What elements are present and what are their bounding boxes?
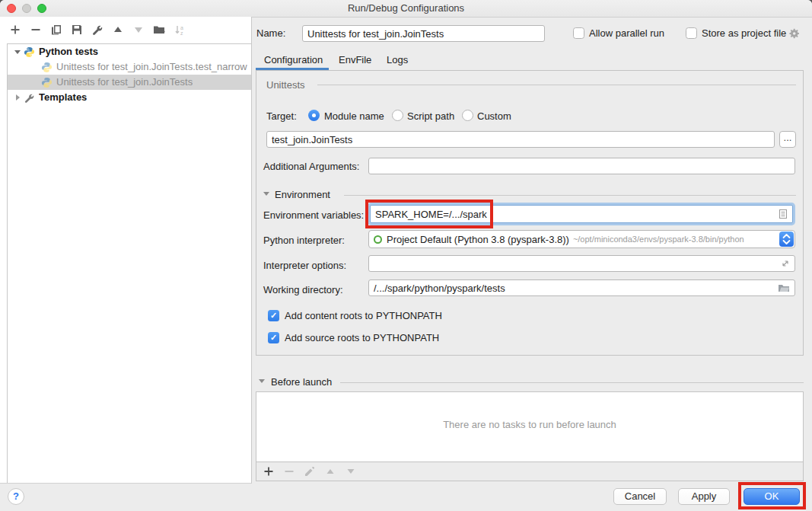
- wrench-icon: [24, 92, 35, 104]
- python-interpreter-select[interactable]: Project Default (Python 3.8 (pyspark-3.8…: [368, 230, 795, 248]
- target-script-path-radio[interactable]: [392, 110, 403, 121]
- add-task-icon[interactable]: [263, 465, 275, 477]
- tree-item-label: Python tests: [39, 44, 98, 59]
- sidebar-toolbar: az: [9, 24, 186, 36]
- working-directory-input[interactable]: [368, 279, 795, 296]
- edit-variables-icon[interactable]: [777, 208, 789, 220]
- move-down-icon: [132, 24, 145, 36]
- before-launch-title: Before launch: [271, 376, 332, 388]
- move-task-up-icon: [324, 465, 336, 477]
- environment-variables-input[interactable]: [371, 209, 777, 220]
- environment-collapse-icon[interactable]: [263, 192, 269, 196]
- dropdown-stepper-icon[interactable]: [779, 232, 794, 247]
- target-script-path-label: Script path: [407, 110, 454, 122]
- allow-parallel-run-checkbox[interactable]: [573, 27, 584, 39]
- name-label: Name:: [256, 27, 285, 39]
- tree-item-python-tests[interactable]: Python tests: [8, 44, 251, 59]
- interpreter-options-input[interactable]: [368, 255, 795, 272]
- save-configuration-icon[interactable]: [71, 24, 83, 36]
- python-icon: [41, 77, 53, 88]
- target-label: Target:: [266, 110, 297, 122]
- name-input[interactable]: [302, 25, 545, 42]
- target-module-name-radio[interactable]: [308, 110, 320, 121]
- tree-item-unittests-narrow[interactable]: Unittests for test_join.JoinTests.test_n…: [8, 59, 251, 75]
- gear-icon[interactable]: [788, 27, 801, 40]
- configurations-tree: Python tests Unittests for test_join.Joi…: [7, 43, 251, 483]
- new-folder-icon[interactable]: [153, 24, 165, 36]
- before-launch-toolbar: [256, 462, 804, 481]
- help-button[interactable]: ?: [8, 488, 24, 505]
- edit-task-icon: [304, 465, 316, 477]
- cancel-button[interactable]: Cancel: [613, 488, 667, 505]
- ok-button[interactable]: OK: [744, 488, 800, 505]
- titlebar: Run/Debug Configurations: [0, 0, 812, 18]
- tree-item-label: Unittests for test_join.JoinTests.test_n…: [56, 59, 247, 75]
- apply-button[interactable]: Apply: [678, 488, 730, 505]
- tree-item-label: Unittests for test_join.JoinTests: [56, 75, 193, 90]
- environment-group-label: Environment: [275, 189, 330, 200]
- svg-text:a: a: [180, 25, 183, 30]
- tree-item-templates[interactable]: Templates: [8, 90, 251, 105]
- move-up-icon[interactable]: [112, 24, 124, 36]
- before-launch-separator: [340, 382, 804, 383]
- before-launch-collapse-icon[interactable]: [259, 379, 265, 383]
- add-source-roots-checkbox[interactable]: [268, 332, 279, 343]
- additional-arguments-label: Additional Arguments:: [263, 161, 359, 172]
- target-custom-label: Custom: [477, 110, 511, 122]
- target-custom-radio[interactable]: [462, 110, 473, 121]
- svg-text:z: z: [180, 30, 183, 36]
- add-configuration-icon[interactable]: [9, 24, 21, 36]
- additional-arguments-input[interactable]: [368, 158, 795, 174]
- store-as-project-file-label: Store as project file: [702, 27, 786, 39]
- python-icon: [41, 62, 53, 73]
- run-debug-configurations-dialog: Run/Debug Configurations az: [0, 0, 812, 511]
- before-launch-task-panel: There are no tasks to run before launch: [256, 391, 804, 462]
- python-interpreter-label: Python interpreter:: [263, 235, 345, 246]
- allow-parallel-run-label: Allow parallel run: [589, 27, 664, 39]
- store-as-project-file-checkbox[interactable]: [686, 27, 697, 39]
- add-content-roots-label: Add content roots to PYTHONPATH: [285, 310, 442, 321]
- add-content-roots-checkbox[interactable]: [268, 310, 279, 321]
- interpreter-path: ~/opt/miniconda3/envs/pyspark-3.8/bin/py…: [573, 235, 744, 244]
- environment-separator: [344, 195, 796, 196]
- tree-item-unittests-jointests[interactable]: Unittests for test_join.JoinTests: [8, 75, 251, 90]
- tree-item-label: Templates: [39, 90, 87, 105]
- environment-variables-field[interactable]: [370, 205, 793, 223]
- group-separator: [317, 85, 796, 85]
- browse-module-button[interactable]: ...: [779, 131, 796, 148]
- tab-logs[interactable]: Logs: [387, 54, 408, 65]
- conda-env-icon: [374, 235, 382, 244]
- interpreter-options-label: Interpreter options:: [263, 260, 346, 271]
- copy-configuration-icon[interactable]: [50, 24, 62, 36]
- module-name-input[interactable]: [266, 131, 775, 148]
- sort-configurations-icon: az: [174, 24, 186, 36]
- tab-configuration[interactable]: Configuration: [264, 54, 323, 65]
- window-title: Run/Debug Configurations: [0, 2, 812, 14]
- unittests-group-label: Unittests: [266, 79, 305, 91]
- edit-templates-icon[interactable]: [91, 24, 103, 36]
- remove-task-icon: [283, 465, 295, 477]
- chevron-down-icon[interactable]: [11, 50, 24, 54]
- folder-icon[interactable]: [778, 282, 790, 294]
- move-task-down-icon: [345, 465, 357, 477]
- chevron-right-icon[interactable]: [11, 94, 24, 101]
- target-module-name-label: Module name: [324, 110, 384, 122]
- remove-configuration-icon[interactable]: [30, 24, 42, 36]
- working-directory-label: Working directory:: [263, 284, 343, 295]
- tab-envfile[interactable]: EnvFile: [339, 54, 371, 65]
- empty-tasks-message: There are no tasks to run before launch: [256, 419, 803, 430]
- add-source-roots-label: Add source roots to PYTHONPATH: [285, 332, 439, 343]
- configurations-sidebar: az Python tests Unittests for test_join.…: [0, 17, 252, 484]
- expand-icon[interactable]: [779, 257, 791, 270]
- interpreter-value: Project Default (Python 3.8 (pyspark-3.8…: [387, 234, 569, 245]
- environment-variables-label: Environment variables:: [263, 209, 364, 221]
- python-icon: [24, 46, 35, 58]
